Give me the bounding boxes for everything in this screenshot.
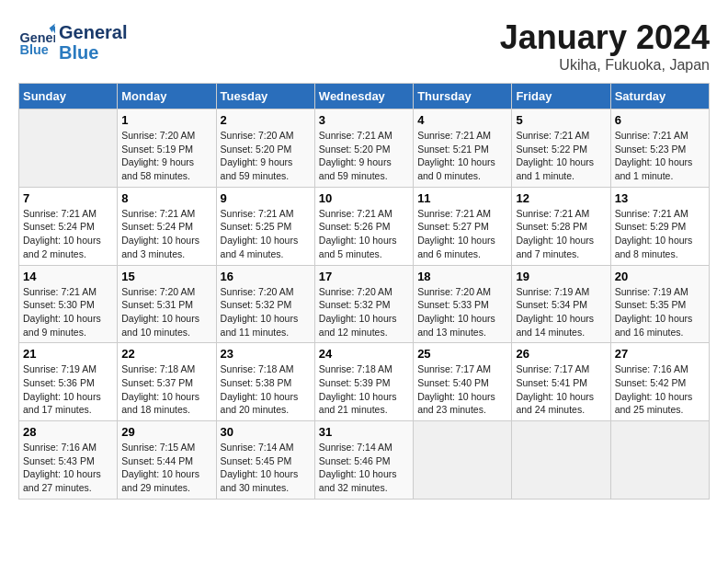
day-info-4: Sunrise: 7:21 AM Sunset: 5:21 PM Dayligh… (417, 129, 507, 183)
day-number-17: 17 (319, 270, 409, 283)
day-info-24: Sunrise: 7:18 AM Sunset: 5:39 PM Dayligh… (319, 362, 409, 417)
day-info-13: Sunrise: 7:21 AM Sunset: 5:29 PM Dayligh… (615, 207, 705, 261)
cell-w2-d4: 11Sunrise: 7:21 AM Sunset: 5:27 PM Dayli… (414, 187, 512, 265)
cell-w1-d3: 3Sunrise: 7:21 AM Sunset: 5:20 PM Daylig… (314, 109, 413, 188)
cell-w4-d5: 26Sunrise: 7:17 AM Sunset: 5:41 PM Dayli… (512, 343, 610, 421)
week-row-5: 28Sunrise: 7:16 AM Sunset: 5:43 PM Dayli… (19, 421, 710, 500)
day-info-10: Sunrise: 7:21 AM Sunset: 5:26 PM Dayligh… (319, 207, 409, 261)
cell-w4-d0: 21Sunrise: 7:19 AM Sunset: 5:36 PM Dayli… (19, 343, 118, 421)
day-info-31: Sunrise: 7:14 AM Sunset: 5:46 PM Dayligh… (319, 441, 409, 495)
cell-w4-d2: 23Sunrise: 7:18 AM Sunset: 5:38 PM Dayli… (216, 343, 314, 421)
day-info-29: Sunrise: 7:15 AM Sunset: 5:44 PM Dayligh… (121, 441, 211, 495)
day-number-7: 7 (23, 191, 113, 205)
cell-w3-d0: 14Sunrise: 7:21 AM Sunset: 5:30 PM Dayli… (19, 265, 118, 343)
cell-w3-d3: 17Sunrise: 7:20 AM Sunset: 5:32 PM Dayli… (314, 265, 413, 343)
day-info-5: Sunrise: 7:21 AM Sunset: 5:22 PM Dayligh… (516, 129, 606, 183)
day-number-29: 29 (121, 425, 211, 439)
cell-w5-d1: 29Sunrise: 7:15 AM Sunset: 5:44 PM Dayli… (118, 421, 216, 500)
day-info-30: Sunrise: 7:14 AM Sunset: 5:45 PM Dayligh… (221, 441, 311, 495)
day-info-12: Sunrise: 7:21 AM Sunset: 5:28 PM Dayligh… (516, 207, 606, 261)
cell-w2-d2: 9Sunrise: 7:21 AM Sunset: 5:25 PM Daylig… (216, 187, 314, 265)
cell-w5-d6 (610, 421, 709, 500)
day-info-8: Sunrise: 7:21 AM Sunset: 5:24 PM Dayligh… (121, 207, 211, 261)
day-number-26: 26 (516, 347, 606, 361)
day-number-27: 27 (615, 347, 705, 361)
day-info-7: Sunrise: 7:21 AM Sunset: 5:24 PM Dayligh… (23, 207, 113, 261)
col-friday: Friday (512, 84, 610, 109)
col-tuesday: Tuesday (216, 84, 314, 109)
col-saturday: Saturday (610, 84, 709, 109)
day-number-22: 22 (121, 347, 211, 361)
logo: General Blue General Blue (18, 18, 127, 63)
cell-w2-d5: 12Sunrise: 7:21 AM Sunset: 5:28 PM Dayli… (512, 187, 610, 265)
cell-w2-d0: 7Sunrise: 7:21 AM Sunset: 5:24 PM Daylig… (19, 187, 118, 265)
col-thursday: Thursday (414, 84, 512, 109)
day-number-9: 9 (221, 191, 311, 205)
svg-text:Blue: Blue (20, 42, 49, 57)
day-number-23: 23 (221, 347, 311, 361)
day-info-27: Sunrise: 7:16 AM Sunset: 5:42 PM Dayligh… (615, 362, 705, 417)
cell-w3-d5: 19Sunrise: 7:19 AM Sunset: 5:34 PM Dayli… (512, 265, 610, 343)
day-info-23: Sunrise: 7:18 AM Sunset: 5:38 PM Dayligh… (221, 362, 311, 417)
cell-w1-d5: 5Sunrise: 7:21 AM Sunset: 5:22 PM Daylig… (512, 109, 610, 188)
day-number-15: 15 (121, 270, 211, 283)
day-number-31: 31 (319, 425, 409, 439)
day-info-19: Sunrise: 7:19 AM Sunset: 5:34 PM Dayligh… (516, 285, 606, 339)
col-monday: Monday (118, 84, 216, 109)
cell-w3-d4: 18Sunrise: 7:20 AM Sunset: 5:33 PM Dayli… (414, 265, 512, 343)
cell-w5-d4 (414, 421, 512, 500)
day-info-20: Sunrise: 7:19 AM Sunset: 5:35 PM Dayligh… (615, 285, 705, 339)
cell-w4-d1: 22Sunrise: 7:18 AM Sunset: 5:37 PM Dayli… (118, 343, 216, 421)
week-row-3: 14Sunrise: 7:21 AM Sunset: 5:30 PM Dayli… (19, 265, 710, 343)
title-section: January 2024 Ukiha, Fukuoka, Japan (500, 18, 710, 74)
day-number-3: 3 (319, 113, 409, 127)
day-info-25: Sunrise: 7:17 AM Sunset: 5:40 PM Dayligh… (417, 362, 507, 417)
cell-w3-d6: 20Sunrise: 7:19 AM Sunset: 5:35 PM Dayli… (610, 265, 709, 343)
calendar-body: 1Sunrise: 7:20 AM Sunset: 5:19 PM Daylig… (19, 109, 710, 500)
cell-w1-d4: 4Sunrise: 7:21 AM Sunset: 5:21 PM Daylig… (414, 109, 512, 188)
day-number-19: 19 (516, 270, 606, 283)
page-header: General Blue General Blue January 2024 U… (18, 18, 710, 74)
week-row-2: 7Sunrise: 7:21 AM Sunset: 5:24 PM Daylig… (19, 187, 710, 265)
day-number-28: 28 (23, 425, 113, 439)
cell-w1-d0 (19, 109, 118, 188)
cell-w2-d1: 8Sunrise: 7:21 AM Sunset: 5:24 PM Daylig… (118, 187, 216, 265)
day-number-25: 25 (417, 347, 507, 361)
day-number-2: 2 (221, 113, 311, 127)
day-info-3: Sunrise: 7:21 AM Sunset: 5:20 PM Dayligh… (319, 129, 409, 183)
day-info-9: Sunrise: 7:21 AM Sunset: 5:25 PM Dayligh… (221, 207, 311, 261)
header-row: Sunday Monday Tuesday Wednesday Thursday… (19, 84, 710, 109)
day-number-14: 14 (23, 270, 113, 283)
week-row-4: 21Sunrise: 7:19 AM Sunset: 5:36 PM Dayli… (19, 343, 710, 421)
subtitle: Ukiha, Fukuoka, Japan (500, 57, 710, 74)
cell-w5-d3: 31Sunrise: 7:14 AM Sunset: 5:46 PM Dayli… (314, 421, 413, 500)
day-number-10: 10 (319, 191, 409, 205)
day-info-22: Sunrise: 7:18 AM Sunset: 5:37 PM Dayligh… (121, 362, 211, 417)
day-number-21: 21 (23, 347, 113, 361)
cell-w5-d2: 30Sunrise: 7:14 AM Sunset: 5:45 PM Dayli… (216, 421, 314, 500)
day-number-18: 18 (417, 270, 507, 283)
day-info-16: Sunrise: 7:20 AM Sunset: 5:32 PM Dayligh… (221, 285, 311, 339)
cell-w4-d6: 27Sunrise: 7:16 AM Sunset: 5:42 PM Dayli… (610, 343, 709, 421)
day-info-15: Sunrise: 7:20 AM Sunset: 5:31 PM Dayligh… (121, 285, 211, 339)
day-info-26: Sunrise: 7:17 AM Sunset: 5:41 PM Dayligh… (516, 362, 606, 417)
day-number-20: 20 (615, 270, 705, 283)
day-number-13: 13 (615, 191, 705, 205)
week-row-1: 1Sunrise: 7:20 AM Sunset: 5:19 PM Daylig… (19, 109, 710, 188)
cell-w3-d2: 16Sunrise: 7:20 AM Sunset: 5:32 PM Dayli… (216, 265, 314, 343)
day-info-14: Sunrise: 7:21 AM Sunset: 5:30 PM Dayligh… (23, 285, 113, 339)
logo-general-text: General (59, 22, 127, 42)
cell-w1-d2: 2Sunrise: 7:20 AM Sunset: 5:20 PM Daylig… (216, 109, 314, 188)
day-number-11: 11 (417, 191, 507, 205)
day-info-2: Sunrise: 7:20 AM Sunset: 5:20 PM Dayligh… (221, 129, 311, 183)
calendar-table: Sunday Monday Tuesday Wednesday Thursday… (18, 83, 710, 500)
day-info-17: Sunrise: 7:20 AM Sunset: 5:32 PM Dayligh… (319, 285, 409, 339)
day-info-6: Sunrise: 7:21 AM Sunset: 5:23 PM Dayligh… (615, 129, 705, 183)
cell-w3-d1: 15Sunrise: 7:20 AM Sunset: 5:31 PM Dayli… (118, 265, 216, 343)
day-info-18: Sunrise: 7:20 AM Sunset: 5:33 PM Dayligh… (417, 285, 507, 339)
day-info-21: Sunrise: 7:19 AM Sunset: 5:36 PM Dayligh… (23, 362, 113, 417)
day-number-30: 30 (221, 425, 311, 439)
day-info-1: Sunrise: 7:20 AM Sunset: 5:19 PM Dayligh… (121, 129, 211, 183)
day-number-1: 1 (121, 113, 211, 127)
cell-w5-d0: 28Sunrise: 7:16 AM Sunset: 5:43 PM Dayli… (19, 421, 118, 500)
